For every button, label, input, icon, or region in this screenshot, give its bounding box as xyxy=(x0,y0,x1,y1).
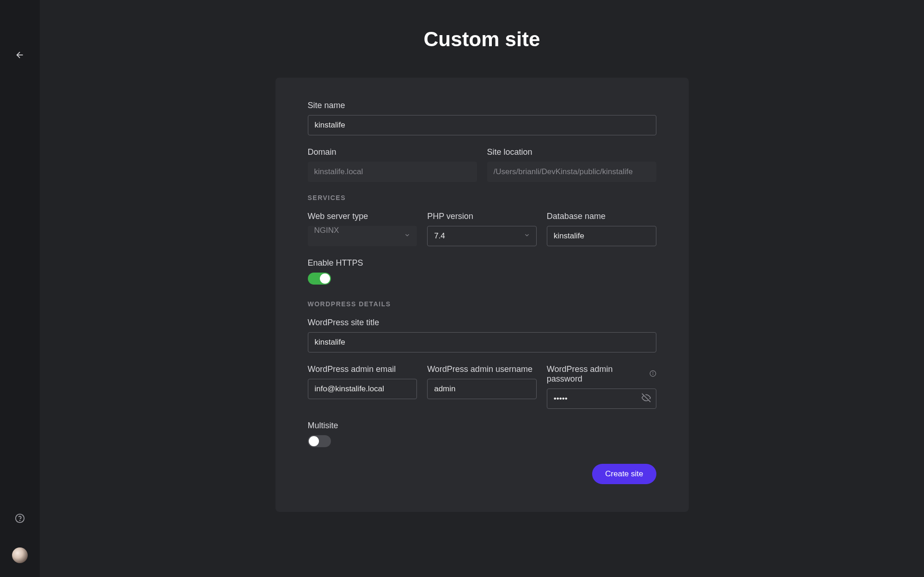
wp-username-label: WordPress admin username xyxy=(427,364,537,374)
site-name-input[interactable] xyxy=(308,115,656,135)
help-icon xyxy=(15,513,25,523)
svg-point-1 xyxy=(20,520,20,521)
avatar[interactable] xyxy=(12,547,28,563)
sidebar xyxy=(0,0,40,577)
wp-title-input[interactable] xyxy=(308,332,656,352)
database-name-label: Database name xyxy=(547,212,656,221)
domain-input xyxy=(308,162,477,182)
page-title: Custom site xyxy=(424,28,540,51)
php-version-select[interactable]: 7.4 xyxy=(427,226,537,246)
wp-username-input[interactable] xyxy=(427,379,537,399)
enable-https-label: Enable HTTPS xyxy=(308,258,656,268)
services-section-header: SERVICES xyxy=(308,194,656,201)
help-button[interactable] xyxy=(15,513,25,525)
site-location-label: Site location xyxy=(487,147,656,157)
wordpress-section-header: WORDPRESS DETAILS xyxy=(308,300,656,308)
wp-password-label: WordPress admin password xyxy=(547,364,646,384)
web-server-label: Web server type xyxy=(308,212,417,221)
database-name-input[interactable] xyxy=(547,226,656,246)
main-content: Custom site Site name Domain Site locati… xyxy=(40,0,924,577)
toggle-knob xyxy=(320,273,330,284)
site-name-label: Site name xyxy=(308,101,656,110)
site-location-input xyxy=(487,162,656,182)
form-card: Site name Domain Site location SERVICES … xyxy=(275,78,689,512)
wp-password-input[interactable] xyxy=(547,389,656,409)
enable-https-toggle[interactable] xyxy=(308,273,331,285)
wp-email-input[interactable] xyxy=(308,379,417,399)
php-version-label: PHP version xyxy=(427,212,537,221)
create-site-button[interactable]: Create site xyxy=(592,464,656,484)
multisite-label: Multisite xyxy=(308,421,656,431)
wp-email-label: WordPress admin email xyxy=(308,364,417,374)
back-button[interactable] xyxy=(15,50,25,60)
php-version-value: 7.4 xyxy=(434,231,445,241)
domain-label: Domain xyxy=(308,147,477,157)
wp-title-label: WordPress site title xyxy=(308,318,656,328)
svg-point-4 xyxy=(653,372,653,372)
toggle-knob xyxy=(309,436,319,446)
web-server-value: NGINX xyxy=(314,226,339,235)
web-server-select: NGINX xyxy=(308,226,417,246)
arrow-left-icon xyxy=(15,50,25,60)
multisite-toggle[interactable] xyxy=(308,435,331,447)
info-icon xyxy=(649,370,656,379)
eye-off-icon[interactable] xyxy=(642,393,651,404)
